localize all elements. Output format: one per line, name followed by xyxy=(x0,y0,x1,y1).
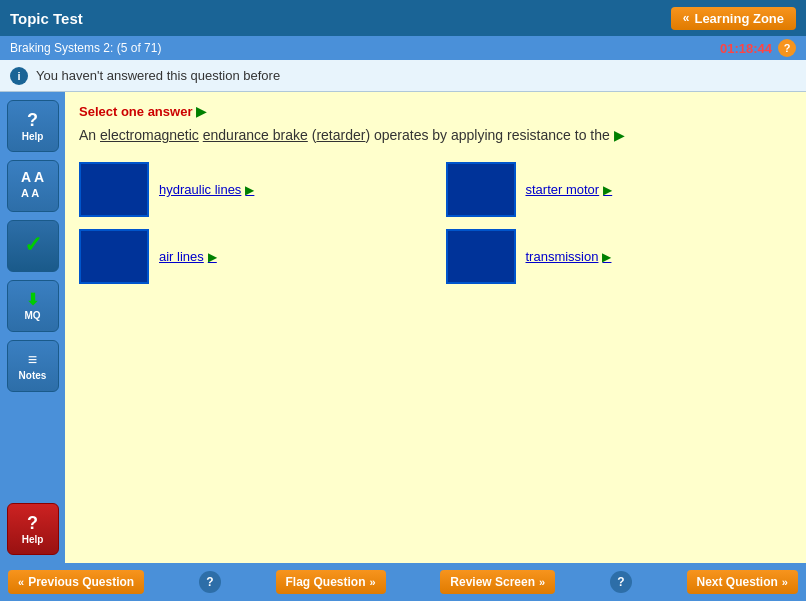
answer-label-3: air lines ▶ xyxy=(159,249,217,264)
learning-zone-label: Learning Zone xyxy=(694,11,784,26)
info-icon: i xyxy=(10,67,28,85)
chevron-flag-icon: » xyxy=(370,576,376,588)
subheader: Braking Systems 2: (5 of 71) 01:18:44 ? xyxy=(0,36,806,60)
arrow-down-icon: ⬇ xyxy=(26,292,39,308)
sidebar-mq-label: MQ xyxy=(24,310,40,321)
play-answer4-icon[interactable]: ▶ xyxy=(602,250,611,264)
header: Topic Test « Learning Zone xyxy=(0,0,806,36)
info-message: You haven't answered this question befor… xyxy=(36,68,280,83)
chevron-prev-icon: « xyxy=(18,576,24,588)
timer: 01:18:44 xyxy=(720,41,772,56)
chevron-next-icon: » xyxy=(782,576,788,588)
footer-help-button[interactable]: ? xyxy=(199,571,221,593)
play-question-icon[interactable]: ▶ xyxy=(614,125,625,146)
answer-thumb-2 xyxy=(446,162,516,217)
sidebar: ? Help A AA A ✓ ⬇ MQ ≡ Notes ? Help xyxy=(0,92,65,563)
answer-label-2: starter motor ▶ xyxy=(526,182,613,197)
sidebar-help-button[interactable]: ? Help xyxy=(7,100,59,152)
question-body: An electromagnetic endurance brake (reta… xyxy=(79,125,610,146)
sidebar-font-button[interactable]: A AA A xyxy=(7,160,59,212)
font-icon: A AA A xyxy=(21,170,44,201)
learning-zone-button[interactable]: « Learning Zone xyxy=(671,7,796,30)
chevron-left-icon: « xyxy=(683,11,690,25)
question-mark2-icon: ? xyxy=(27,514,38,532)
content-area: Select one answer ▶ An electromagnetic e… xyxy=(65,92,806,563)
play-answer3-icon[interactable]: ▶ xyxy=(208,250,217,264)
flag-question-button[interactable]: Flag Question » xyxy=(276,570,386,594)
app-title: Topic Test xyxy=(10,10,83,27)
question-mark-icon: ? xyxy=(27,111,38,129)
footer-help2-button[interactable]: ? xyxy=(610,571,632,593)
answer-thumb-3 xyxy=(79,229,149,284)
answers-grid: hydraulic lines ▶ starter motor ▶ xyxy=(79,162,792,284)
play-instruction-icon[interactable]: ▶ xyxy=(196,104,206,119)
previous-question-button[interactable]: « Previous Question xyxy=(8,570,144,594)
notes-icon: ≡ xyxy=(28,352,37,368)
answer-thumb-4 xyxy=(446,229,516,284)
progress-text: Braking Systems 2: (5 of 71) xyxy=(10,41,161,55)
instruction-text: Select one answer xyxy=(79,104,192,119)
checkmark-icon: ✓ xyxy=(24,234,42,256)
sidebar-help-label: Help xyxy=(22,131,44,142)
info-bar: i You haven't answered this question bef… xyxy=(0,60,806,92)
play-answer2-icon[interactable]: ▶ xyxy=(603,183,612,197)
answer-thumb-1 xyxy=(79,162,149,217)
play-answer1-icon[interactable]: ▶ xyxy=(245,183,254,197)
chevron-review-icon: » xyxy=(539,576,545,588)
answer-transmission[interactable]: transmission ▶ xyxy=(446,229,793,284)
sidebar-notes-label: Notes xyxy=(19,370,47,381)
help-icon[interactable]: ? xyxy=(778,39,796,57)
review-screen-button[interactable]: Review Screen » xyxy=(440,570,555,594)
main-area: ? Help A AA A ✓ ⬇ MQ ≡ Notes ? Help xyxy=(0,92,806,563)
sidebar-help2-button[interactable]: ? Help xyxy=(7,503,59,555)
sidebar-help2-label: Help xyxy=(22,534,44,545)
question-text: An electromagnetic endurance brake (reta… xyxy=(79,125,792,146)
footer: « Previous Question ? Flag Question » Re… xyxy=(0,563,806,601)
answer-hydraulic-lines[interactable]: hydraulic lines ▶ xyxy=(79,162,426,217)
answer-air-lines[interactable]: air lines ▶ xyxy=(79,229,426,284)
sidebar-check-button[interactable]: ✓ xyxy=(7,220,59,272)
next-question-button[interactable]: Next Question » xyxy=(687,570,798,594)
sidebar-mq-button[interactable]: ⬇ MQ xyxy=(7,280,59,332)
sidebar-notes-button[interactable]: ≡ Notes xyxy=(7,340,59,392)
select-instruction: Select one answer ▶ xyxy=(79,104,792,119)
answer-label-4: transmission ▶ xyxy=(526,249,612,264)
answer-starter-motor[interactable]: starter motor ▶ xyxy=(446,162,793,217)
answer-label-1: hydraulic lines ▶ xyxy=(159,182,254,197)
